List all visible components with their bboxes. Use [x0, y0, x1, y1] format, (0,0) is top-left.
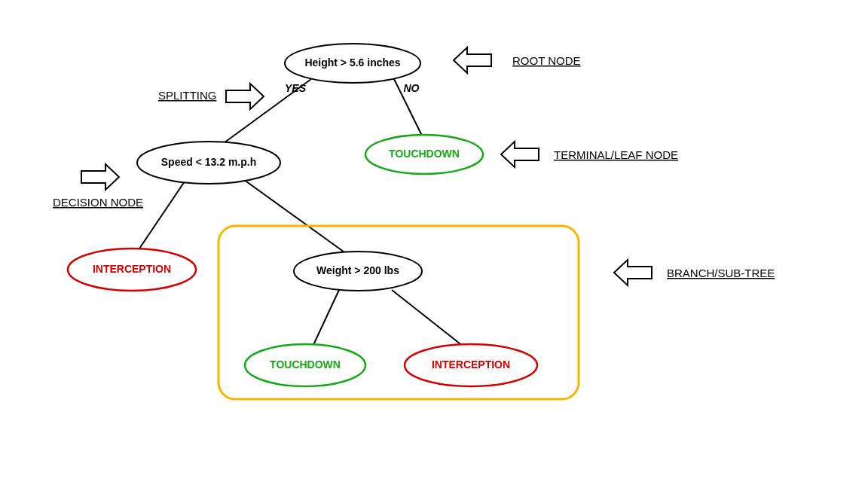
node-speed: Speed < 13.2 m.p.h [137, 142, 280, 184]
branch-no-label: NO [404, 82, 420, 94]
annotation-terminal-leaf-text: TERMINAL/LEAF NODE [554, 148, 678, 161]
annotation-branch-subtree: BRANCH/SUB-TREE [614, 260, 775, 285]
node-interception-1: INTERCEPTION [68, 249, 196, 291]
svg-line-3 [241, 178, 347, 254]
node-interception1-label: INTERCEPTION [93, 263, 171, 275]
node-weight-label: Weight > 200 lbs [316, 264, 399, 276]
node-interception-2: INTERCEPTION [405, 344, 537, 386]
arrow-right-icon [81, 164, 119, 190]
annotation-terminal-leaf: TERMINAL/LEAF NODE [501, 142, 678, 167]
arrow-left-icon [614, 260, 652, 285]
node-weight: Weight > 200 lbs [294, 252, 422, 291]
annotation-splitting-text: SPLITTING [158, 89, 217, 102]
node-root-label: Height > 5.6 inches [304, 56, 400, 69]
svg-line-4 [313, 290, 339, 346]
arrow-right-icon [226, 84, 264, 109]
annotation-decision-node-text: DECISION NODE [53, 196, 143, 209]
annotation-decision-node: DECISION NODE [53, 164, 143, 209]
node-touchdown-1: TOUCHDOWN [365, 135, 483, 174]
node-touchdown1-label: TOUCHDOWN [389, 148, 460, 160]
node-touchdown-2: TOUCHDOWN [245, 344, 365, 386]
tree-edges [139, 79, 463, 346]
annotation-root-node: ROOT NODE [454, 47, 581, 73]
arrow-left-icon [501, 142, 539, 167]
svg-line-5 [392, 290, 463, 346]
branch-yes-label: YES [285, 82, 307, 94]
node-speed-label: Speed < 13.2 m.p.h [161, 156, 256, 168]
annotation-branch-subtree-text: BRANCH/SUB-TREE [667, 267, 775, 279]
arrow-left-icon [454, 47, 491, 73]
node-interception2-label: INTERCEPTION [432, 358, 510, 371]
annotation-root-node-text: ROOT NODE [512, 54, 581, 67]
annotation-splitting: SPLITTING [158, 84, 264, 109]
node-touchdown2-label: TOUCHDOWN [270, 358, 341, 371]
svg-line-2 [139, 181, 185, 249]
node-root: Height > 5.6 inches [285, 44, 420, 83]
